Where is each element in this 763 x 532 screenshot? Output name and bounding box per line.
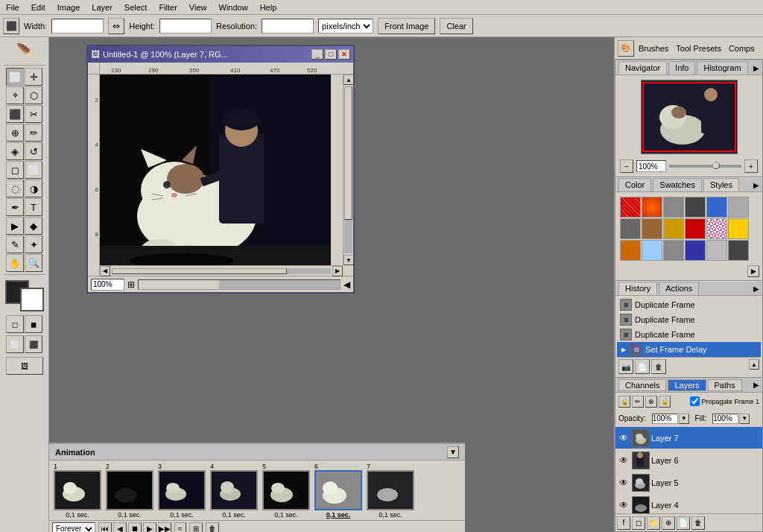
frame-1-thumb[interactable] bbox=[54, 470, 101, 510]
close-button[interactable]: ✕ bbox=[338, 49, 350, 60]
menu-layer[interactable]: Layer bbox=[89, 1, 115, 13]
background-color[interactable] bbox=[20, 288, 44, 311]
shape-tool[interactable]: ◆ bbox=[25, 217, 42, 235]
style-swatch-3[interactable] bbox=[685, 197, 706, 218]
maximize-button[interactable]: □ bbox=[325, 49, 337, 60]
jump-to-imageready[interactable]: 🖼 bbox=[6, 357, 43, 375]
animation-frame-1[interactable]: 1 0,1 sec. bbox=[52, 463, 103, 519]
frame-2-thumb[interactable] bbox=[106, 470, 153, 510]
lock-pixels-button[interactable]: ✏ bbox=[632, 396, 644, 408]
brush-tool[interactable]: ✏ bbox=[25, 124, 42, 142]
swap-icon[interactable]: ⇔ bbox=[108, 18, 124, 34]
propagate-checkbox[interactable] bbox=[690, 396, 700, 406]
style-swatch-8[interactable] bbox=[663, 218, 684, 239]
animation-frame-3[interactable]: 3 0,1 sec. bbox=[156, 463, 207, 519]
zoom-value-input[interactable] bbox=[636, 160, 666, 172]
new-layer-button[interactable]: 📄 bbox=[677, 516, 690, 530]
zoom-display[interactable]: 100% bbox=[91, 279, 124, 291]
quick-mask-standard[interactable]: ◻ bbox=[6, 315, 24, 333]
loop-select[interactable]: Forever Once 3 Times bbox=[52, 522, 95, 533]
notes-tool[interactable]: ✎ bbox=[6, 235, 24, 253]
add-mask-button[interactable]: ◻ bbox=[632, 516, 645, 530]
style-swatch-12[interactable] bbox=[620, 240, 641, 261]
style-swatch-10[interactable] bbox=[706, 218, 727, 239]
lasso-tool[interactable]: ⌖ bbox=[6, 86, 24, 104]
fill-dropdown-button[interactable]: ▼ bbox=[739, 414, 750, 424]
style-swatch-15[interactable] bbox=[685, 240, 706, 261]
style-swatch-7[interactable] bbox=[642, 218, 662, 239]
duplicate-frame-button[interactable]: ⊞ bbox=[189, 522, 203, 533]
style-swatch-14[interactable] bbox=[663, 240, 684, 261]
hand-tool[interactable]: ✋ bbox=[6, 254, 24, 272]
scroll-right-button[interactable]: ▶ bbox=[332, 266, 343, 276]
opacity-input[interactable] bbox=[652, 414, 678, 424]
animation-minimize[interactable]: ▼ bbox=[447, 446, 459, 458]
style-swatch-9[interactable] bbox=[685, 218, 706, 239]
heal-tool[interactable]: ⊕ bbox=[6, 124, 24, 142]
new-group-button[interactable]: 📁 bbox=[647, 516, 660, 530]
tab-channels[interactable]: Channels bbox=[618, 379, 666, 391]
width-input[interactable] bbox=[51, 19, 104, 34]
history-brush-tool[interactable]: ↺ bbox=[25, 142, 42, 160]
eraser-tool[interactable]: ◻ bbox=[6, 161, 24, 179]
move-tool[interactable]: ✛ bbox=[25, 68, 42, 86]
zoom-in-button[interactable]: + bbox=[744, 159, 758, 173]
tab-info[interactable]: Info bbox=[668, 61, 695, 75]
vertical-scrollbar[interactable]: ▲ ▼ bbox=[343, 75, 353, 265]
delete-layer-button[interactable]: 🗑 bbox=[691, 516, 705, 530]
tab-actions[interactable]: Actions bbox=[659, 282, 699, 295]
style-swatch-1[interactable] bbox=[642, 197, 662, 218]
animation-frame-6[interactable]: 6 0,1 sec. bbox=[313, 463, 364, 519]
menu-image[interactable]: Image bbox=[54, 1, 83, 13]
create-new-document-button[interactable]: 📄 bbox=[635, 359, 650, 374]
history-item-1[interactable]: ⊞ Duplicate Frame bbox=[617, 297, 761, 312]
style-swatch-17[interactable] bbox=[728, 240, 749, 261]
horizontal-scrollbar[interactable]: ◀ ▶ bbox=[100, 265, 343, 276]
palette-icon[interactable]: 🎨 bbox=[618, 40, 634, 57]
style-swatch-2[interactable] bbox=[663, 197, 684, 218]
blur-tool[interactable]: ◌ bbox=[6, 180, 24, 197]
rewind-button[interactable]: ⏮ bbox=[98, 522, 112, 533]
layer-6-visibility[interactable]: 👁 bbox=[617, 454, 630, 467]
layers-panel-arrow[interactable]: ▶ bbox=[753, 381, 759, 389]
next-frame-button[interactable]: ▶▶ bbox=[158, 522, 171, 533]
menu-window[interactable]: Window bbox=[216, 1, 251, 13]
layer-item-7[interactable]: 👁 Layer 7 bbox=[615, 427, 762, 449]
styles-expand-button[interactable]: ▶ bbox=[747, 265, 759, 277]
height-input[interactable] bbox=[159, 19, 212, 34]
tool-presets-label[interactable]: Tool Presets bbox=[673, 44, 724, 53]
front-image-button[interactable]: Front Image bbox=[378, 18, 435, 34]
animation-frame-4[interactable]: 4 0,1 sec. bbox=[209, 463, 259, 519]
style-swatch-4[interactable] bbox=[706, 197, 727, 218]
style-swatch-5[interactable] bbox=[728, 197, 749, 218]
fill-input[interactable] bbox=[712, 414, 738, 424]
menu-filter[interactable]: Filter bbox=[156, 1, 180, 13]
tool-options-icon[interactable]: ⬛ bbox=[3, 18, 19, 34]
color-panel-arrow[interactable]: ▶ bbox=[753, 181, 759, 189]
quick-mask-mode[interactable]: ◼ bbox=[25, 315, 42, 333]
screen-mode-full[interactable]: ⬛ bbox=[25, 335, 42, 353]
frame-3-thumb[interactable] bbox=[158, 470, 206, 510]
layer-item-6[interactable]: 👁 Layer 6 bbox=[615, 449, 762, 472]
play-button[interactable]: ▶ bbox=[143, 522, 156, 533]
tab-swatches[interactable]: Swatches bbox=[653, 178, 702, 191]
comps-label[interactable]: Comps bbox=[726, 44, 758, 53]
layer-7-visibility[interactable]: 👁 bbox=[617, 431, 630, 445]
menu-file[interactable]: File bbox=[3, 1, 22, 13]
menu-view[interactable]: View bbox=[186, 1, 210, 13]
clone-tool[interactable]: ◈ bbox=[6, 142, 24, 160]
frame-7-thumb[interactable] bbox=[367, 470, 414, 510]
lock-transparent-button[interactable]: 🔒 bbox=[618, 396, 630, 408]
tab-histogram[interactable]: Histogram bbox=[697, 61, 747, 75]
animation-frame-2[interactable]: 2 0,1 sec. bbox=[104, 463, 155, 519]
style-swatch-0[interactable] bbox=[620, 197, 641, 218]
zoom-slider-thumb[interactable] bbox=[712, 162, 720, 169]
frame-5-thumb[interactable] bbox=[262, 470, 310, 510]
minimize-button[interactable]: _ bbox=[311, 49, 323, 60]
resolution-unit-select[interactable]: pixels/inch pixels/cm bbox=[318, 19, 373, 34]
text-tool[interactable]: T bbox=[25, 198, 42, 216]
history-item-4[interactable]: ▶ ⊟ Set Frame Delay bbox=[617, 342, 761, 357]
path-select-tool[interactable]: ▶ bbox=[6, 217, 24, 235]
navigator-panel-arrow[interactable]: ▶ bbox=[753, 64, 759, 72]
marquee-tool[interactable]: ⬜ bbox=[6, 68, 24, 86]
